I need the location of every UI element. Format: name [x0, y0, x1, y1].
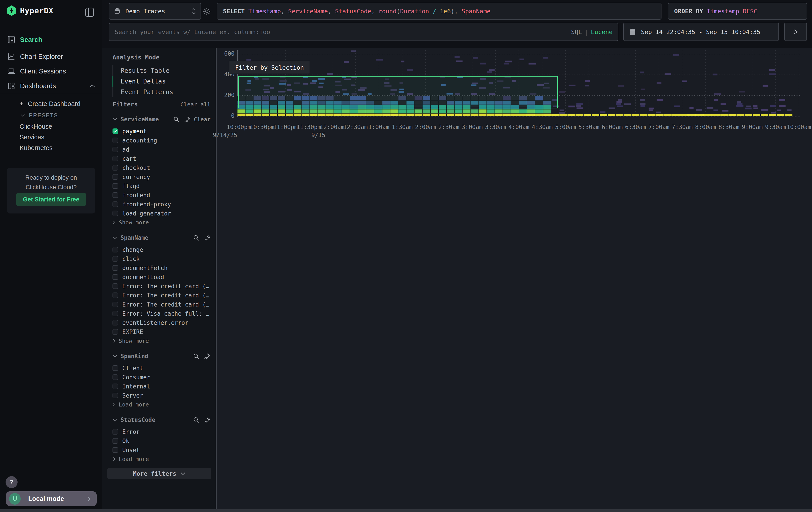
search-icon[interactable] [193, 416, 199, 423]
checkbox-unchecked[interactable] [113, 138, 118, 143]
create-dashboard-button[interactable]: +Create Dashboard [20, 100, 81, 108]
checkbox-unchecked[interactable] [113, 192, 118, 198]
sql-select-editor[interactable]: SELECT Timestamp, ServiceName, StatusCod… [217, 3, 662, 20]
account-menu[interactable]: U Local mode [6, 491, 97, 506]
sidebar-preset-services[interactable]: Services [20, 134, 44, 141]
clear-all-button[interactable]: Clear all [180, 101, 210, 108]
sidebar-item-dashboards[interactable]: Dashboards [0, 80, 102, 92]
chevron-down-icon[interactable] [113, 418, 117, 422]
clear-group-button[interactable]: Clear [194, 116, 210, 123]
filter-option-payment[interactable]: payment [113, 127, 210, 136]
time-range-picker[interactable]: Sep 14 22:04:35 - Sep 15 10:04:35 [623, 23, 779, 41]
source-select[interactable]: Demo Traces [109, 3, 201, 20]
checkbox-unchecked[interactable] [113, 265, 118, 271]
chevron-down-icon[interactable] [113, 236, 117, 239]
filter-option-expire[interactable]: EXPIRE [113, 327, 210, 336]
checkbox-unchecked[interactable] [113, 302, 118, 307]
checkbox-unchecked[interactable] [113, 183, 118, 189]
checkbox-unchecked[interactable] [113, 247, 118, 252]
filter-option-consumer[interactable]: Consumer [113, 373, 210, 382]
filter-option-ad[interactable]: ad [113, 145, 210, 154]
lang-toggle-sql[interactable]: SQL [571, 28, 582, 35]
filter-option-documentload[interactable]: documentLoad [113, 272, 210, 281]
pin-icon[interactable] [204, 353, 210, 359]
show-more-button[interactable]: Show more [113, 218, 210, 227]
app-logo[interactable]: HyperDX [7, 5, 53, 16]
filter-option-eventlistener-error[interactable]: eventListener.error [113, 318, 210, 327]
analysis-mode-event-patterns[interactable]: Event Patterns [113, 87, 210, 97]
filter-option-frontend[interactable]: frontend [113, 191, 210, 200]
checkbox-unchecked[interactable] [113, 284, 118, 289]
checkbox-unchecked[interactable] [113, 256, 118, 262]
filter-option-server[interactable]: Server [113, 391, 210, 400]
filter-option-ok[interactable]: Ok [113, 436, 210, 446]
filter-option-currency[interactable]: currency [113, 172, 210, 182]
more-filters-button[interactable]: More filters [107, 468, 211, 479]
search-icon[interactable] [193, 235, 199, 241]
chevron-down-icon[interactable] [113, 118, 117, 121]
filter-by-selection-button[interactable]: Filter by Selection [229, 61, 310, 74]
show-more-button[interactable]: Show more [113, 336, 210, 345]
filter-option-flagd[interactable]: flagd [113, 182, 210, 191]
filter-option-error-the-credit-card-[interactable]: Error: The credit card (… [113, 291, 210, 300]
chevron-down-icon[interactable] [113, 355, 117, 358]
analysis-mode-event-deltas[interactable]: Event Deltas [113, 76, 210, 87]
filter-group-title[interactable]: SpanName [120, 235, 190, 241]
pin-icon[interactable] [184, 116, 191, 123]
checkbox-unchecked[interactable] [113, 311, 118, 316]
chart-selection-rect[interactable] [238, 76, 558, 108]
checkbox-unchecked[interactable] [113, 383, 118, 389]
filter-option-cart[interactable]: cart [113, 154, 210, 163]
checkbox-unchecked[interactable] [113, 438, 118, 444]
filter-group-title[interactable]: SpanKind [120, 353, 190, 359]
filter-option-error-the-credit-card-[interactable]: Error: The credit card (… [113, 281, 210, 291]
gear-icon[interactable] [203, 7, 211, 16]
filter-option-error-visa-cache-full-[interactable]: Error: Visa cache full: … [113, 309, 210, 318]
checkbox-unchecked[interactable] [113, 393, 118, 398]
filter-group-title[interactable]: StatusCode [120, 416, 190, 423]
sidebar-item-search[interactable]: Search [0, 33, 102, 46]
pin-icon[interactable] [204, 416, 210, 423]
filter-option-error-the-credit-card-[interactable]: Error: The credit card (… [113, 300, 210, 309]
checkbox-unchecked[interactable] [113, 374, 118, 380]
sidebar-preset-kubernetes[interactable]: Kubernetes [20, 144, 53, 152]
get-started-button[interactable]: Get Started for Free [16, 193, 86, 206]
filter-option-unset[interactable]: Unset [113, 446, 210, 455]
help-button[interactable]: ? [5, 476, 18, 488]
filter-option-change[interactable]: change [113, 245, 210, 254]
filter-option-click[interactable]: click [113, 254, 210, 263]
load-more-button[interactable]: Load more [113, 455, 210, 463]
filter-option-load-generator[interactable]: load-generator [113, 209, 210, 218]
checkbox-unchecked[interactable] [113, 156, 118, 161]
checkbox-unchecked[interactable] [113, 320, 118, 325]
presets-toggle[interactable]: PRESETS [21, 112, 58, 119]
filter-option-error[interactable]: Error [113, 427, 210, 436]
search-icon[interactable] [193, 353, 199, 359]
sidebar-item-client-sessions[interactable]: Client Sessions [0, 65, 102, 78]
sidebar-item-chart-explorer[interactable]: Chart Explorer [0, 50, 102, 63]
load-more-button[interactable]: Load more [113, 400, 210, 409]
checkbox-unchecked[interactable] [113, 429, 118, 434]
run-query-button[interactable] [784, 23, 807, 41]
checkbox-checked[interactable] [113, 129, 118, 134]
filter-option-checkout[interactable]: checkout [113, 163, 210, 172]
filter-option-internal[interactable]: Internal [113, 382, 210, 391]
filter-option-client[interactable]: Client [113, 363, 210, 373]
checkbox-unchecked[interactable] [113, 147, 118, 152]
sidebar-collapse-icon[interactable] [85, 7, 94, 17]
checkbox-unchecked[interactable] [113, 201, 118, 207]
filter-option-accounting[interactable]: accounting [113, 136, 210, 145]
filter-option-documentfetch[interactable]: documentFetch [113, 263, 210, 272]
checkbox-unchecked[interactable] [113, 447, 118, 453]
checkbox-unchecked[interactable] [113, 329, 118, 334]
search-icon[interactable] [173, 116, 180, 123]
checkbox-unchecked[interactable] [113, 174, 118, 180]
pin-icon[interactable] [204, 235, 210, 241]
checkbox-unchecked[interactable] [113, 211, 118, 216]
filter-group-title[interactable]: ServiceName [120, 116, 170, 123]
checkbox-unchecked[interactable] [113, 165, 118, 170]
checkbox-unchecked[interactable] [113, 365, 118, 371]
checkbox-unchecked[interactable] [113, 293, 118, 298]
filter-option-frontend-proxy[interactable]: frontend-proxy [113, 200, 210, 209]
horizontal-scrollbar[interactable] [0, 509, 812, 512]
